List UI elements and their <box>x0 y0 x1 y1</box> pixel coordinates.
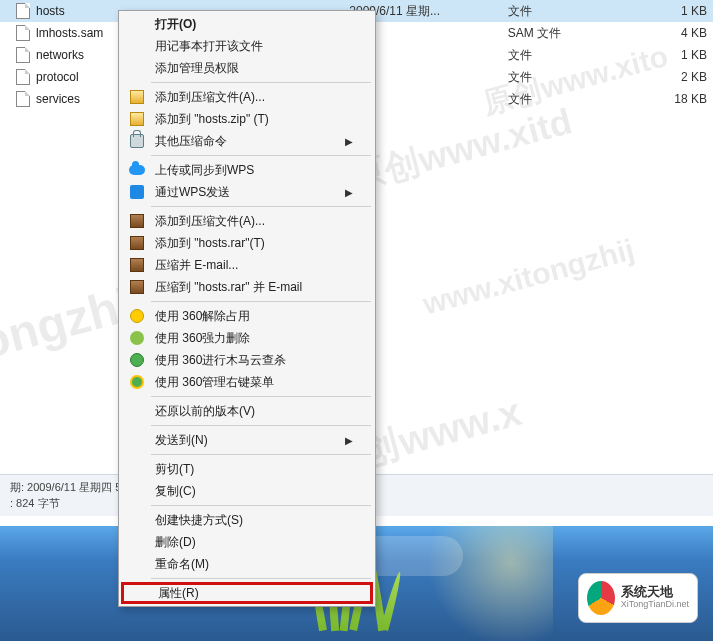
menu-label: 用记事本打开该文件 <box>155 38 353 55</box>
logo-subtitle: XiTongTianDi.net <box>621 598 689 610</box>
menu-item[interactable]: 删除(D) <box>121 531 373 553</box>
menu-item[interactable]: 其他压缩命令▶ <box>121 130 373 152</box>
menu-item[interactable]: 创建快捷方式(S) <box>121 509 373 531</box>
file-size: 4 KB <box>607 22 713 44</box>
menu-item[interactable]: 压缩到 "hosts.rar" 并 E-mail <box>121 276 373 298</box>
menu-label: 添加到压缩文件(A)... <box>155 89 353 106</box>
file-type: 文件 <box>502 0 608 22</box>
menu-item[interactable]: 添加到 "hosts.rar"(T) <box>121 232 373 254</box>
blank-icon <box>125 555 149 573</box>
menu-item[interactable]: 重命名(M) <box>121 553 373 575</box>
file-name: protocol <box>36 70 79 84</box>
blank-icon <box>125 482 149 500</box>
menu-label: 通过WPS发送 <box>155 184 345 201</box>
file-icon <box>16 3 30 19</box>
menu-separator <box>151 301 371 302</box>
360c-icon <box>125 351 149 369</box>
file-size: 1 KB <box>607 44 713 66</box>
menu-separator <box>151 505 371 506</box>
file-size: 1 KB <box>607 0 713 22</box>
menu-item[interactable]: 添加到压缩文件(A)... <box>121 86 373 108</box>
file-name: networks <box>36 48 84 62</box>
menu-separator <box>151 578 371 579</box>
menu-item[interactable]: 添加到压缩文件(A)... <box>121 210 373 232</box>
menu-label: 使用 360解除占用 <box>155 308 353 325</box>
menu-separator <box>151 425 371 426</box>
logo-icon <box>587 581 615 615</box>
blank-icon <box>125 533 149 551</box>
menu-label: 使用 360管理右键菜单 <box>155 374 353 391</box>
file-icon <box>16 25 30 41</box>
menu-label: 压缩到 "hosts.rar" 并 E-mail <box>155 279 353 296</box>
file-size: 18 KB <box>607 88 713 110</box>
360d-icon <box>125 373 149 391</box>
file-type: 文件 <box>502 88 608 110</box>
lock-icon <box>125 132 149 150</box>
menu-label: 添加到压缩文件(A)... <box>155 213 353 230</box>
menu-item[interactable]: 打开(O) <box>121 13 373 35</box>
watermark-logo: 系统天地 XiTongTianDi.net <box>578 573 698 623</box>
menu-label: 其他压缩命令 <box>155 133 345 150</box>
rar-icon <box>125 256 149 274</box>
file-type: 文件 <box>502 44 608 66</box>
menu-label: 打开(O) <box>155 16 353 33</box>
menu-item[interactable]: 用记事本打开该文件 <box>121 35 373 57</box>
menu-separator <box>151 206 371 207</box>
menu-label: 重命名(M) <box>155 556 353 573</box>
menu-item[interactable]: 使用 360解除占用 <box>121 305 373 327</box>
rar-icon <box>125 278 149 296</box>
blank-icon <box>125 15 149 33</box>
blank-icon <box>125 402 149 420</box>
menu-label: 还原以前的版本(V) <box>155 403 353 420</box>
wps-icon <box>125 183 149 201</box>
menu-label: 创建快捷方式(S) <box>155 512 353 529</box>
file-type: 文件 <box>502 66 608 88</box>
watermark: www.xitongzhij <box>419 232 638 321</box>
menu-label: 添加到 "hosts.zip" (T) <box>155 111 353 128</box>
menu-label: 添加管理员权限 <box>155 60 353 77</box>
menu-item[interactable]: 属性(R) <box>121 582 373 604</box>
menu-label: 使用 360强力删除 <box>155 330 353 347</box>
blank-icon <box>125 431 149 449</box>
menu-separator <box>151 155 371 156</box>
blank-icon <box>128 584 152 602</box>
menu-item[interactable]: 使用 360强力删除 <box>121 327 373 349</box>
menu-item[interactable]: 剪切(T) <box>121 458 373 480</box>
menu-item[interactable]: 还原以前的版本(V) <box>121 400 373 422</box>
menu-item[interactable]: 发送到(N)▶ <box>121 429 373 451</box>
menu-separator <box>151 82 371 83</box>
menu-label: 剪切(T) <box>155 461 353 478</box>
menu-label: 发送到(N) <box>155 432 345 449</box>
360a-icon <box>125 307 149 325</box>
zip-icon <box>125 110 149 128</box>
chevron-right-icon: ▶ <box>345 435 353 446</box>
menu-label: 删除(D) <box>155 534 353 551</box>
menu-label: 复制(C) <box>155 483 353 500</box>
file-name: hosts <box>36 4 65 18</box>
file-type: SAM 文件 <box>502 22 608 44</box>
menu-item[interactable]: 复制(C) <box>121 480 373 502</box>
chevron-right-icon: ▶ <box>345 136 353 147</box>
menu-label: 添加到 "hosts.rar"(T) <box>155 235 353 252</box>
menu-item[interactable]: 添加管理员权限 <box>121 57 373 79</box>
menu-label: 属性(R) <box>158 585 350 602</box>
file-name: lmhosts.sam <box>36 26 103 40</box>
file-name: services <box>36 92 80 106</box>
file-icon <box>16 91 30 107</box>
context-menu: 打开(O)用记事本打开该文件添加管理员权限添加到压缩文件(A)...添加到 "h… <box>118 10 376 607</box>
menu-item[interactable]: 添加到 "hosts.zip" (T) <box>121 108 373 130</box>
chevron-right-icon: ▶ <box>345 187 353 198</box>
menu-item[interactable]: 使用 360管理右键菜单 <box>121 371 373 393</box>
file-icon <box>16 47 30 63</box>
menu-label: 使用 360进行木马云查杀 <box>155 352 353 369</box>
zip-icon <box>125 88 149 106</box>
menu-item[interactable]: 压缩并 E-mail... <box>121 254 373 276</box>
menu-label: 上传或同步到WPS <box>155 162 353 179</box>
menu-item[interactable]: 通过WPS发送▶ <box>121 181 373 203</box>
menu-item[interactable]: 使用 360进行木马云查杀 <box>121 349 373 371</box>
cloud-icon <box>125 161 149 179</box>
blank-icon <box>125 511 149 529</box>
rar-icon <box>125 212 149 230</box>
rar-icon <box>125 234 149 252</box>
menu-item[interactable]: 上传或同步到WPS <box>121 159 373 181</box>
